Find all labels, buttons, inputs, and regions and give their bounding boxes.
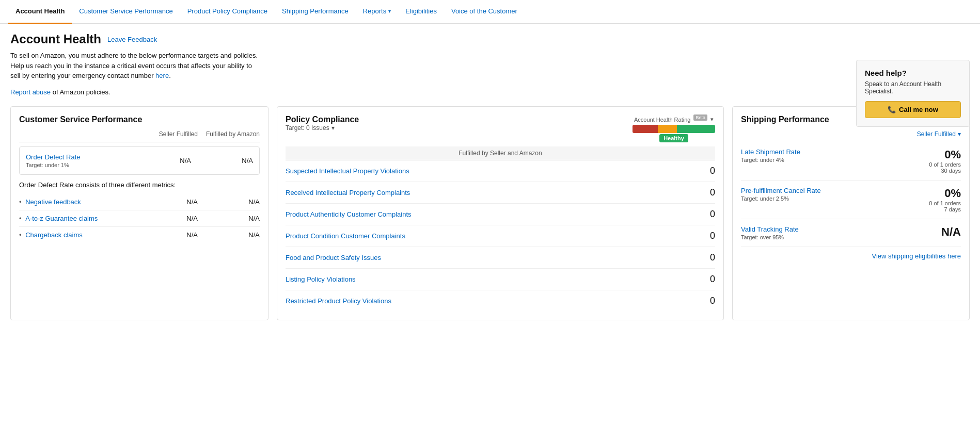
page-title: Account Health (10, 32, 101, 46)
late-shipment-sub1: 0 of 1 orders (929, 161, 961, 168)
chargeback-claims-label[interactable]: Chargeback claims (23, 231, 83, 239)
description-line2: Help us reach you in the instance a crit… (10, 61, 263, 81)
policy-label-3[interactable]: Product Condition Customer Complaints (286, 232, 405, 240)
odr-seller-value: N/A (129, 157, 191, 165)
policy-label-1[interactable]: Received Intellectual Property Complaint… (286, 189, 410, 197)
tracking-rate-label[interactable]: Valid Tracking Rate (741, 225, 799, 233)
ahr-bar (633, 125, 715, 133)
main-grid: Customer Service Performance Seller Fulf… (10, 106, 970, 321)
policy-items-list: Suspected Intellectual Property Violatio… (286, 160, 715, 312)
policy-item-6: Restricted Product Policy Violations 0 (286, 290, 715, 312)
policy-header: Policy Compliance Target: 0 Issues ▾ Acc… (286, 115, 715, 143)
nav-item-account-health[interactable]: Account Health (8, 0, 72, 24)
page-description: To sell on Amazon, you must adhere to th… (10, 51, 263, 81)
ahr-dropdown-icon[interactable]: ▾ (710, 116, 714, 122)
policy-value-4: 0 (710, 252, 715, 263)
policy-label-0[interactable]: Suspected Intellectual Property Violatio… (286, 167, 409, 175)
reports-dropdown-arrow: ▾ (388, 8, 391, 14)
tracking-rate-target: Target: over 95% (741, 234, 799, 240)
policy-value-5: 0 (710, 274, 715, 285)
ahr-yellow-segment (658, 125, 677, 133)
odr-row: Order Defect Rate Target: under 1% N/A N… (26, 153, 253, 168)
cancel-rate-sub2: 7 days (929, 206, 961, 212)
cancel-rate-value: 0% (929, 187, 961, 200)
shipping-metric-late: Late Shipment Rate Target: under 4% 0% 0… (741, 142, 961, 181)
shipping-metric-cancel: Pre-fulfillment Cancel Rate Target: unde… (741, 181, 961, 219)
csp-title: Customer Service Performance (19, 115, 260, 124)
csp-header-row: Seller Fulfilled Fulfilled by Amazon (19, 130, 260, 142)
page-content: Account Health Leave Feedback To sell on… (0, 24, 980, 329)
policy-value-6: 0 (710, 296, 715, 306)
policy-item-4: Food and Product Safety Issues 0 (286, 247, 715, 269)
policy-value-0: 0 (710, 166, 715, 176)
late-shipment-target: Target: under 4% (741, 157, 800, 163)
policy-compliance-card: Policy Compliance Target: 0 Issues ▾ Acc… (277, 106, 724, 321)
call-me-now-button[interactable]: 📞 Call me now (865, 101, 961, 118)
cancel-rate-sub1: 0 of 1 orders (929, 200, 961, 206)
leave-feedback-link[interactable]: Leave Feedback (107, 36, 157, 43)
atoz-claims-label[interactable]: A-to-z Guarantee claims (23, 215, 98, 222)
view-eligibilities-link[interactable]: View shipping eligibilities here (741, 252, 961, 260)
policy-value-2: 0 (710, 209, 715, 220)
late-shipment-sub2: 30 days (929, 168, 961, 174)
report-abuse-link[interactable]: Report abuse (10, 88, 51, 96)
account-health-rating: Account Health Rating Beta ▾ Healthy (633, 115, 715, 143)
nav-item-shipping-performance[interactable]: Shipping Performance (275, 0, 356, 24)
odr-amazon-value: N/A (191, 157, 253, 165)
policy-label-4[interactable]: Food and Product Safety Issues (286, 254, 381, 261)
col-fulfilled-amazon: Fulfilled by Amazon (198, 130, 260, 138)
ahr-green-segment (677, 125, 715, 133)
policy-item-1: Received Intellectual Property Complaint… (286, 182, 715, 204)
tracking-rate-value: N/A (941, 225, 961, 239)
shipping-metric-tracking: Valid Tracking Rate Target: over 95% N/A (741, 219, 961, 247)
metric-negative-feedback: • Negative feedback N/A N/A (19, 194, 260, 210)
negative-feedback-label[interactable]: Negative feedback (23, 198, 81, 206)
policy-label-5[interactable]: Listing Policy Violations (286, 275, 356, 283)
description-line1: To sell on Amazon, you must adhere to th… (10, 51, 263, 61)
policy-label-6[interactable]: Restricted Product Policy Violations (286, 297, 391, 305)
cancel-rate-target: Target: under 2.5% (741, 195, 821, 202)
odr-description: Order Defect Rate consists of three diff… (19, 181, 260, 189)
need-help-box: Need help? Speak to an Account Health Sp… (856, 60, 970, 127)
metric-atoz-claims: • A-to-z Guarantee claims N/A N/A (19, 210, 260, 227)
nav-item-voice-of-customer[interactable]: Voice of the Customer (444, 0, 525, 24)
late-shipment-label[interactable]: Late Shipment Rate (741, 148, 800, 156)
nav-item-eligibilities[interactable]: Eligibilities (398, 0, 444, 24)
page-title-row: Account Health Leave Feedback (10, 32, 970, 46)
healthy-badge: Healthy (659, 134, 688, 142)
atoz-claims-amazon: N/A (198, 215, 260, 222)
sp-filter-row: Seller Fulfilled ▾ (741, 130, 961, 138)
nav-item-customer-service[interactable]: Customer Service Performance (72, 0, 180, 24)
policy-item-3: Product Condition Customer Complaints 0 (286, 225, 715, 247)
seller-fulfilled-filter[interactable]: Seller Fulfilled ▾ (917, 130, 961, 138)
policy-value-3: 0 (710, 231, 715, 241)
policy-target-dropdown-icon[interactable]: ▾ (331, 124, 335, 132)
policy-item-0: Suspected Intellectual Property Violatio… (286, 160, 715, 182)
col-seller-fulfilled: Seller Fulfilled (136, 130, 198, 138)
policy-item-5: Listing Policy Violations 0 (286, 269, 715, 290)
policy-item-2: Product Authenticity Customer Complaints… (286, 204, 715, 225)
chargeback-claims-amazon: N/A (198, 231, 260, 239)
policy-label-2[interactable]: Product Authenticity Customer Complaints (286, 210, 412, 218)
need-help-title: Need help? (865, 69, 961, 77)
navigation-bar: Account Health Customer Service Performa… (0, 0, 980, 24)
ahr-red-segment (633, 125, 658, 133)
policy-title: Policy Compliance (286, 115, 359, 124)
report-abuse-row: Report abuse of Amazon policies. (10, 88, 970, 96)
phone-icon: 📞 (888, 106, 896, 113)
atoz-claims-seller: N/A (136, 215, 198, 222)
shipping-performance-card: Shipping Performance Seller Fulfilled ▾ … (732, 106, 970, 321)
odr-label[interactable]: Order Defect Rate (26, 153, 129, 161)
nav-item-product-policy[interactable]: Product Policy Compliance (180, 0, 275, 24)
cancel-rate-label[interactable]: Pre-fulfillment Cancel Rate (741, 187, 821, 194)
nav-item-reports[interactable]: Reports ▾ (356, 0, 399, 24)
filter-dropdown-icon: ▾ (958, 130, 961, 138)
need-help-description: Speak to an Account Health Specialist. (865, 80, 961, 95)
policy-target: Target: 0 Issues ▾ (286, 124, 359, 132)
emergency-contact-link[interactable]: here (155, 72, 169, 79)
customer-service-card: Customer Service Performance Seller Fulf… (10, 106, 268, 321)
fulfilled-banner: Fulfilled by Seller and Amazon (286, 146, 715, 160)
negative-feedback-seller: N/A (136, 198, 198, 206)
late-shipment-value: 0% (929, 148, 961, 161)
policy-value-1: 0 (710, 187, 715, 198)
